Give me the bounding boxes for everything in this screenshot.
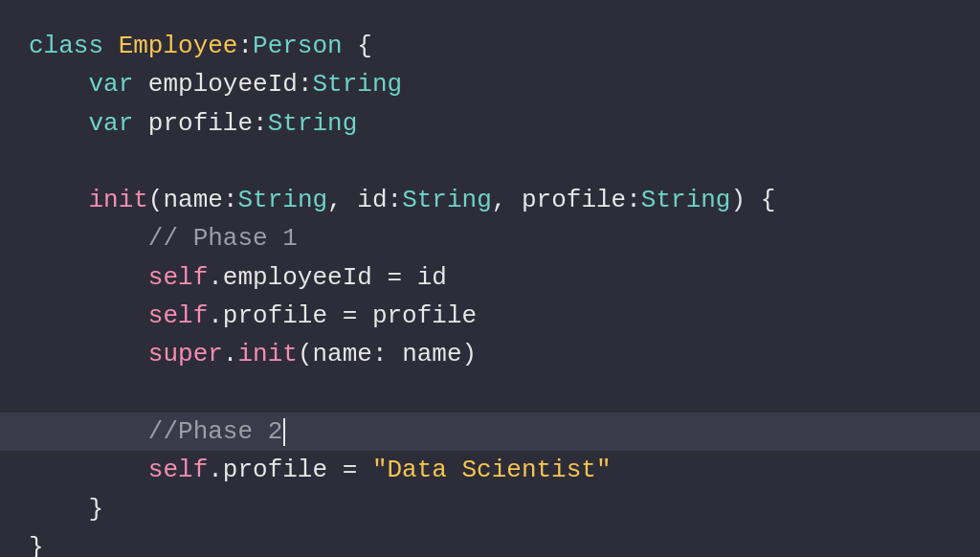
prop-employeeid: employeeId: [223, 263, 372, 292]
var-employeeid: employeeId: [148, 70, 298, 99]
comment-phase1: // Phase 1: [29, 224, 298, 253]
code-line-12: self.profile = "Data Scientist": [29, 451, 951, 489]
val-profile: profile: [372, 301, 477, 330]
keyword-super: super: [148, 340, 223, 368]
comment-phase2: //Phase 2: [29, 417, 282, 446]
var-profile: profile: [148, 109, 253, 138]
keyword-init-2: init: [237, 340, 297, 368]
keyword-self-3: self: [148, 456, 208, 484]
code-line-14: }: [29, 528, 951, 557]
code-line-3: var profile:String: [29, 104, 951, 143]
prop-profile-2: profile: [223, 456, 327, 484]
keyword-self-2: self: [148, 301, 208, 330]
keyword-self-1: self: [148, 263, 208, 292]
keyword-class: class: [29, 32, 103, 60]
code-line-9: super.init(name: name): [29, 335, 951, 373]
string-data-scientist: "Data Scientist": [372, 456, 612, 484]
val-id: id: [417, 263, 447, 292]
keyword-var-1: var: [88, 70, 133, 99]
type-string-2: String: [268, 109, 358, 138]
code-line-8: self.profile = profile: [29, 297, 951, 335]
code-line-11-highlighted: //Phase 2: [0, 412, 980, 451]
code-line-7: self.employeeId = id: [29, 258, 951, 297]
code-line-13: }: [29, 490, 951, 528]
text-cursor: [283, 418, 285, 446]
class-employee: Employee: [119, 32, 238, 60]
code-line-6: // Phase 1: [29, 219, 951, 257]
keyword-var-2: var: [88, 109, 133, 138]
code-editor: class Employee:Person { var employeeId:S…: [0, 0, 980, 557]
code-line-5: init(name:String, id:String, profile:Str…: [29, 181, 951, 219]
code-line-4: [29, 143, 951, 181]
code-line-1: class Employee:Person {: [29, 27, 951, 65]
code-line-2: var employeeId:String: [29, 65, 951, 103]
keyword-init: init: [88, 186, 147, 214]
code-line-10: [29, 374, 951, 412]
prop-profile-1: profile: [223, 301, 327, 330]
type-string-1: String: [312, 70, 402, 99]
base-person: Person: [253, 32, 343, 60]
